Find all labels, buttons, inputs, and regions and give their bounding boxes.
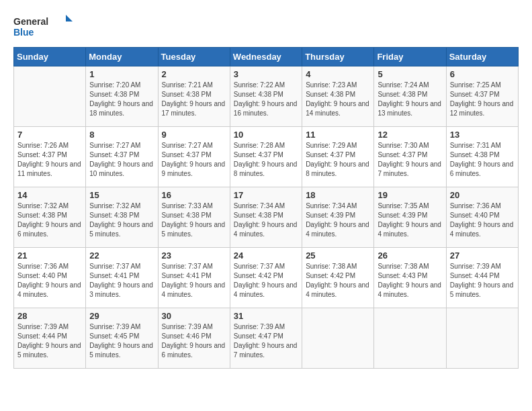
day-info: Sunrise: 7:34 AMSunset: 4:39 PMDaylight:… [306,201,370,239]
day-info: Sunrise: 7:23 AMSunset: 4:38 PMDaylight:… [306,81,370,118]
header-saturday: Saturday [446,48,518,66]
calendar-cell: 1Sunrise: 7:20 AMSunset: 4:38 PMDaylight… [86,66,158,127]
day-info: Sunrise: 7:26 AMSunset: 4:37 PMDaylight:… [17,141,82,179]
day-info: Sunrise: 7:22 AMSunset: 4:38 PMDaylight:… [234,81,298,118]
day-info: Sunrise: 7:36 AMSunset: 4:40 PMDaylight:… [17,262,82,300]
day-number: 9 [162,130,226,140]
day-number: 8 [89,130,154,140]
calendar-cell [446,308,518,369]
day-number: 22 [89,250,154,261]
calendar-cell: 17Sunrise: 7:34 AMSunset: 4:38 PMDayligh… [230,187,302,248]
calendar-cell: 30Sunrise: 7:39 AMSunset: 4:46 PMDayligh… [158,308,230,369]
day-number: 4 [306,69,370,79]
calendar-cell: 28Sunrise: 7:39 AMSunset: 4:44 PMDayligh… [14,308,86,369]
day-number: 18 [306,190,370,200]
calendar-week-row: 1Sunrise: 7:20 AMSunset: 4:38 PMDaylight… [14,66,519,127]
day-number: 5 [378,69,442,79]
calendar-week-row: 28Sunrise: 7:39 AMSunset: 4:44 PMDayligh… [14,308,519,369]
calendar-cell: 18Sunrise: 7:34 AMSunset: 4:39 PMDayligh… [302,187,374,248]
day-number: 19 [378,190,442,200]
calendar-cell: 25Sunrise: 7:38 AMSunset: 4:42 PMDayligh… [302,248,374,308]
day-number: 1 [89,69,154,79]
day-info: Sunrise: 7:24 AMSunset: 4:38 PMDaylight:… [378,81,442,118]
day-number: 12 [378,130,442,140]
day-number: 10 [234,130,298,140]
day-number: 29 [89,311,154,321]
day-number: 20 [450,190,515,200]
day-info: Sunrise: 7:33 AMSunset: 4:38 PMDaylight:… [162,201,226,239]
header-friday: Friday [374,48,446,66]
calendar-cell: 27Sunrise: 7:39 AMSunset: 4:44 PMDayligh… [446,248,518,308]
calendar-cell: 10Sunrise: 7:28 AMSunset: 4:37 PMDayligh… [230,127,302,187]
calendar-cell [14,66,86,127]
calendar-cell: 12Sunrise: 7:30 AMSunset: 4:37 PMDayligh… [374,127,446,187]
calendar-cell: 24Sunrise: 7:37 AMSunset: 4:42 PMDayligh… [230,248,302,308]
calendar-cell: 11Sunrise: 7:29 AMSunset: 4:37 PMDayligh… [302,127,374,187]
day-number: 17 [234,190,298,200]
day-number: 14 [17,190,82,200]
logo: General Blue [13,13,74,40]
calendar-cell: 23Sunrise: 7:37 AMSunset: 4:41 PMDayligh… [158,248,230,308]
day-info: Sunrise: 7:37 AMSunset: 4:41 PMDaylight:… [89,262,154,300]
day-number: 23 [162,250,226,261]
day-number: 24 [234,250,298,261]
day-number: 31 [234,311,298,321]
calendar-cell: 3Sunrise: 7:22 AMSunset: 4:38 PMDaylight… [230,66,302,127]
day-info: Sunrise: 7:32 AMSunset: 4:38 PMDaylight:… [89,201,154,239]
header-tuesday: Tuesday [158,48,230,66]
calendar-cell: 21Sunrise: 7:36 AMSunset: 4:40 PMDayligh… [14,248,86,308]
calendar-header-row: SundayMondayTuesdayWednesdayThursdayFrid… [14,48,519,66]
day-info: Sunrise: 7:31 AMSunset: 4:38 PMDaylight:… [450,141,515,179]
day-info: Sunrise: 7:34 AMSunset: 4:38 PMDaylight:… [234,201,298,239]
day-number: 27 [450,250,515,261]
calendar-table: SundayMondayTuesdayWednesdayThursdayFrid… [13,47,519,369]
day-number: 28 [17,311,82,321]
day-number: 30 [162,311,226,321]
calendar-cell: 29Sunrise: 7:39 AMSunset: 4:45 PMDayligh… [86,308,158,369]
calendar-week-row: 14Sunrise: 7:32 AMSunset: 4:38 PMDayligh… [14,187,519,248]
calendar-cell: 7Sunrise: 7:26 AMSunset: 4:37 PMDaylight… [14,127,86,187]
day-number: 25 [306,250,370,261]
day-info: Sunrise: 7:37 AMSunset: 4:42 PMDaylight:… [234,262,298,300]
day-info: Sunrise: 7:29 AMSunset: 4:37 PMDaylight:… [306,141,370,179]
day-info: Sunrise: 7:20 AMSunset: 4:38 PMDaylight:… [89,81,154,118]
day-info: Sunrise: 7:38 AMSunset: 4:43 PMDaylight:… [378,262,442,300]
logo-svg: General Blue [13,13,74,40]
header-thursday: Thursday [302,48,374,66]
calendar-cell: 16Sunrise: 7:33 AMSunset: 4:38 PMDayligh… [158,187,230,248]
day-info: Sunrise: 7:39 AMSunset: 4:45 PMDaylight:… [89,322,154,360]
day-info: Sunrise: 7:27 AMSunset: 4:37 PMDaylight:… [89,141,154,179]
calendar-cell: 15Sunrise: 7:32 AMSunset: 4:38 PMDayligh… [86,187,158,248]
calendar-cell [302,308,374,369]
day-info: Sunrise: 7:39 AMSunset: 4:44 PMDaylight:… [450,262,515,300]
header-monday: Monday [86,48,158,66]
svg-text:Blue: Blue [13,27,34,38]
calendar-cell: 20Sunrise: 7:36 AMSunset: 4:40 PMDayligh… [446,187,518,248]
day-info: Sunrise: 7:25 AMSunset: 4:37 PMDaylight:… [450,81,515,118]
day-info: Sunrise: 7:39 AMSunset: 4:46 PMDaylight:… [162,322,226,360]
calendar-cell: 19Sunrise: 7:35 AMSunset: 4:39 PMDayligh… [374,187,446,248]
day-info: Sunrise: 7:38 AMSunset: 4:42 PMDaylight:… [306,262,370,300]
calendar-cell: 8Sunrise: 7:27 AMSunset: 4:37 PMDaylight… [86,127,158,187]
header-sunday: Sunday [14,48,86,66]
day-number: 7 [17,130,82,140]
calendar-cell: 14Sunrise: 7:32 AMSunset: 4:38 PMDayligh… [14,187,86,248]
calendar-cell: 9Sunrise: 7:27 AMSunset: 4:37 PMDaylight… [158,127,230,187]
calendar-cell: 26Sunrise: 7:38 AMSunset: 4:43 PMDayligh… [374,248,446,308]
day-info: Sunrise: 7:30 AMSunset: 4:37 PMDaylight:… [378,141,442,179]
day-info: Sunrise: 7:37 AMSunset: 4:41 PMDaylight:… [162,262,226,300]
calendar-cell: 31Sunrise: 7:39 AMSunset: 4:47 PMDayligh… [230,308,302,369]
day-number: 26 [378,250,442,261]
day-info: Sunrise: 7:35 AMSunset: 4:39 PMDaylight:… [378,201,442,239]
day-number: 15 [89,190,154,200]
day-info: Sunrise: 7:32 AMSunset: 4:38 PMDaylight:… [17,201,82,239]
day-number: 21 [17,250,82,261]
day-info: Sunrise: 7:28 AMSunset: 4:37 PMDaylight:… [234,141,298,179]
calendar-cell [374,308,446,369]
day-number: 6 [450,69,515,79]
calendar-cell: 22Sunrise: 7:37 AMSunset: 4:41 PMDayligh… [86,248,158,308]
page-header: General Blue [13,13,519,40]
calendar-cell: 4Sunrise: 7:23 AMSunset: 4:38 PMDaylight… [302,66,374,127]
calendar-cell: 13Sunrise: 7:31 AMSunset: 4:38 PMDayligh… [446,127,518,187]
calendar-cell: 2Sunrise: 7:21 AMSunset: 4:38 PMDaylight… [158,66,230,127]
